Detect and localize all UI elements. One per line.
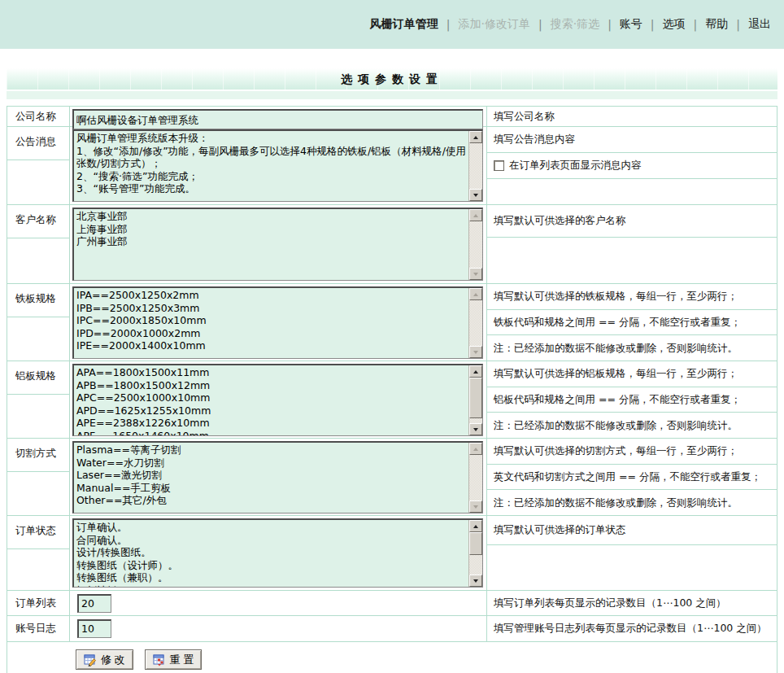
options-form-table: 公司名称 填写公司名称 公告消息 风栅订单管理系统版本升级： 1、修改“添加/修… (7, 106, 777, 673)
nav-separator: | (651, 18, 655, 31)
order-list-note: 填写订单列表每页显示的记录数目（1⋯100 之间） (487, 591, 777, 615)
scroll-down-icon[interactable] (469, 500, 482, 513)
customer-names-textarea[interactable]: 北京事业部 上海事业部 广州事业部 (74, 209, 468, 280)
row-aluminum-plate-specs: 铝板规格 APA==1800x1500x11mm APB==1800x1500x… (7, 361, 777, 439)
scroll-up-icon[interactable] (469, 365, 482, 378)
order-status-note: 填写默认可供选择的订单状态 (487, 516, 777, 545)
announcement-textarea[interactable]: 风栅订单管理系统版本升级： 1、修改“添加/修改”功能，每副风栅最多可以选择4种… (74, 131, 468, 201)
scroll-down-icon[interactable] (469, 346, 482, 358)
scroll-down-icon[interactable] (469, 189, 482, 201)
top-header: 风栅订单管理 | 添加·修改订单 | 搜索·筛选 | 账号 | 选项 | 帮助 … (0, 0, 784, 49)
nav-item-account[interactable]: 账号 (620, 17, 642, 32)
announcement-checkbox-row: 在订单列表页面显示消息内容 (487, 153, 777, 179)
company-name-note: 填写公司名称 (487, 107, 777, 126)
nav-item-add-edit-order[interactable]: 添加·修改订单 (459, 17, 530, 32)
nav-item-options[interactable]: 选项 (663, 17, 686, 32)
nav-separator: | (608, 18, 612, 31)
cutting-methods-note-3: 注：已经添加的数据不能修改或删除，否则影响统计。 (487, 490, 777, 515)
aluminum-plate-scrollbar[interactable] (468, 365, 482, 435)
account-log-size-input[interactable] (79, 621, 111, 637)
nav-separator: | (736, 18, 740, 31)
nav-separator: | (446, 18, 451, 31)
aluminum-plate-label: 铝板规格 (7, 361, 69, 394)
modify-button-label: 修 改 (101, 653, 125, 667)
scroll-up-icon[interactable] (469, 520, 482, 532)
reset-button[interactable]: 重 置 (145, 649, 203, 670)
cutting-methods-textarea[interactable]: Plasma==等离子切割 Water==水刀切割 Laser==激光切割 Ma… (74, 443, 468, 513)
show-message-checkbox[interactable] (494, 160, 504, 171)
order-status-label: 订单状态 (7, 516, 69, 548)
scroll-down-icon[interactable] (469, 423, 482, 435)
account-log-label: 账号日志 (7, 616, 69, 641)
row-iron-plate-specs: 铁板规格 IPA==2500x1250x2mm IPB==2500x1250x3… (7, 284, 777, 361)
nav-separator: | (538, 18, 542, 31)
aluminum-plate-note-3: 注：已经添加的数据不能修改或删除，否则影响统计。 (487, 413, 777, 438)
row-order-status: 订单状态 订单确认。 合同确认。 设计/转换图纸。 转换图纸（设计师）。 转换图… (7, 516, 777, 591)
order-list-size-input[interactable] (79, 596, 111, 612)
aluminum-plate-note-2: 铝板代码和规格之间用 == 分隔，不能空行或者重复； (487, 387, 777, 413)
show-message-checkbox-label: 在订单列表页面显示消息内容 (509, 159, 642, 172)
iron-plate-label: 铁板规格 (7, 284, 69, 317)
nav-separator: | (694, 18, 698, 31)
row-cutting-methods: 切割方式 Plasma==等离子切割 Water==水刀切割 Laser==激光… (7, 439, 777, 516)
announcement-note: 填写公告消息内容 (487, 127, 777, 153)
reset-button-label: 重 置 (170, 653, 194, 667)
iron-plate-note-2: 铁板代码和规格之间用 == 分隔，不能空行或者重复； (487, 310, 777, 336)
modify-button[interactable]: 修 改 (76, 649, 133, 670)
cutting-methods-label: 切割方式 (7, 439, 69, 471)
edit-table-icon (84, 653, 97, 666)
announcement-scrollbar[interactable] (468, 131, 482, 201)
company-name-input[interactable] (74, 111, 482, 129)
title-underline-strip (7, 91, 777, 99)
row-company-name: 公司名称 填写公司名称 (7, 107, 777, 127)
account-log-note: 填写管理账号日志列表每页显示的记录数目（1⋯100 之间） (487, 616, 777, 641)
scroll-up-icon[interactable] (469, 443, 482, 455)
scroll-down-icon[interactable] (469, 575, 482, 587)
row-form-buttons: 修 改 重 置 (7, 642, 777, 673)
customer-names-note: 填写默认可供选择的客户名称 (487, 205, 777, 238)
scroll-up-icon[interactable] (469, 288, 482, 300)
iron-plate-note-3: 注：已经添加的数据不能修改或删除，否则影响统计。 (487, 335, 777, 361)
row-order-list-size: 订单列表 填写订单列表每页显示的记录数目（1⋯100 之间） (7, 591, 777, 616)
nav-item-help[interactable]: 帮助 (705, 17, 728, 32)
customer-names-label: 客户名称 (7, 205, 69, 238)
customer-names-scrollbar[interactable] (468, 209, 482, 280)
iron-plate-textarea[interactable]: IPA==2500x1250x2mm IPB==2500x1250x3mm IP… (74, 288, 468, 358)
nav-item-logout[interactable]: 退出 (748, 17, 771, 32)
cutting-methods-scrollbar[interactable] (468, 443, 482, 513)
iron-plate-note-1: 填写默认可供选择的铁板规格，每组一行，至少两行； (487, 284, 777, 310)
company-name-label: 公司名称 (7, 107, 69, 126)
iron-plate-scrollbar[interactable] (468, 288, 482, 358)
order-status-scrollbar[interactable] (468, 520, 482, 587)
cutting-methods-note-1: 填写默认可供选择的切割方式，每组一行，至少两行； (487, 439, 777, 465)
announcement-label: 公告消息 (7, 127, 69, 160)
aluminum-plate-note-1: 填写默认可供选择的铝板规格，每组一行，至少两行； (487, 361, 777, 387)
page-title: 选项参数设置 (7, 68, 777, 90)
scroll-up-icon[interactable] (469, 131, 482, 143)
aluminum-plate-textarea[interactable]: APA==1800x1500x11mm APB==1800x1500x12mm … (74, 365, 468, 435)
row-account-log-size: 账号日志 填写管理账号日志列表每页显示的记录数目（1⋯100 之间） (7, 616, 777, 642)
scrollbar-thumb[interactable] (469, 532, 482, 555)
nav-item-search-filter[interactable]: 搜索·筛选 (551, 17, 599, 32)
scroll-down-icon[interactable] (469, 268, 482, 280)
order-list-label: 订单列表 (7, 591, 69, 615)
row-customer-names: 客户名称 北京事业部 上海事业部 广州事业部 填写默认可供选择的客户名称 (7, 205, 777, 284)
order-status-textarea[interactable]: 订单确认。 合同确认。 设计/转换图纸。 转换图纸（设计师）。 转换图纸（兼职）… (74, 520, 468, 587)
scrollbar-thumb[interactable] (469, 378, 482, 418)
cutting-methods-note-2: 英文代码和切割方式之间用 == 分隔，不能空行或者重复； (487, 465, 777, 491)
reset-table-icon (153, 653, 166, 666)
row-announcement: 公告消息 风栅订单管理系统版本升级： 1、修改“添加/修改”功能，每副风栅最多可… (7, 127, 777, 205)
nav-brand[interactable]: 风栅订单管理 (370, 17, 438, 32)
scroll-up-icon[interactable] (469, 209, 482, 221)
